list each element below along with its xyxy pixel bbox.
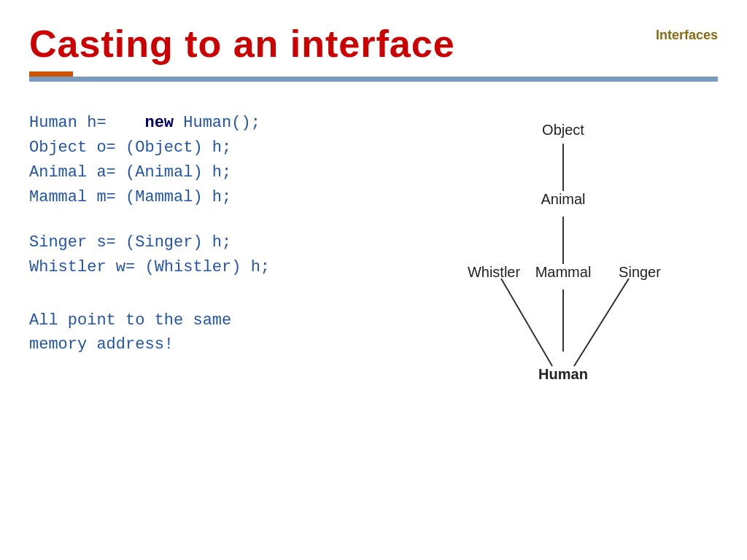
code-block-1: Human h= new Human(); Object o= (Object)… bbox=[29, 111, 409, 210]
diagram-section: Object Animal Whistler Mammal Singer bbox=[409, 111, 718, 424]
note-line-1: All point to the same bbox=[29, 311, 231, 330]
code-line-2: Object o= (Object) h; bbox=[29, 136, 409, 160]
node-singer: Singer bbox=[614, 264, 665, 281]
class-diagram: Object Animal Whistler Mammal Singer bbox=[439, 118, 687, 424]
slide-title: Casting to an interface bbox=[29, 22, 718, 66]
code-section: Human h= new Human(); Object o= (Object)… bbox=[29, 111, 409, 424]
divider bbox=[29, 71, 718, 82]
note-text: All point to the same memory address! bbox=[29, 308, 409, 357]
svg-line-4 bbox=[574, 279, 629, 366]
section-label: Interfaces bbox=[656, 28, 718, 43]
keyword-new: new bbox=[144, 114, 174, 132]
node-mammal: Mammal bbox=[534, 264, 592, 281]
code-block-2: Singer s= (Singer) h; Whistler w= (Whist… bbox=[29, 230, 409, 280]
node-human: Human bbox=[534, 366, 592, 383]
node-whistler: Whistler bbox=[461, 264, 527, 281]
code-line-3: Animal a= (Animal) h; bbox=[29, 160, 409, 185]
node-object: Object bbox=[534, 122, 592, 139]
slide: Casting to an interface Interfaces Human… bbox=[0, 0, 747, 560]
code-line-5: Singer s= (Singer) h; bbox=[29, 230, 409, 255]
divider-orange bbox=[29, 71, 73, 77]
node-animal: Animal bbox=[534, 191, 592, 208]
code-separator-1 bbox=[29, 210, 409, 230]
note-line-2: memory address! bbox=[29, 335, 174, 354]
slide-header: Casting to an interface Interfaces bbox=[0, 0, 747, 82]
slide-content: Human h= new Human(); Object o= (Object)… bbox=[0, 89, 747, 439]
code-line-6: Whistler w= (Whistler) h; bbox=[29, 255, 409, 280]
code-separator-2 bbox=[29, 281, 409, 301]
code-line-1: Human h= new Human(); bbox=[29, 111, 409, 136]
divider-blue bbox=[29, 77, 718, 82]
svg-line-3 bbox=[501, 279, 552, 366]
code-line-4: Mammal m= (Mammal) h; bbox=[29, 185, 409, 210]
